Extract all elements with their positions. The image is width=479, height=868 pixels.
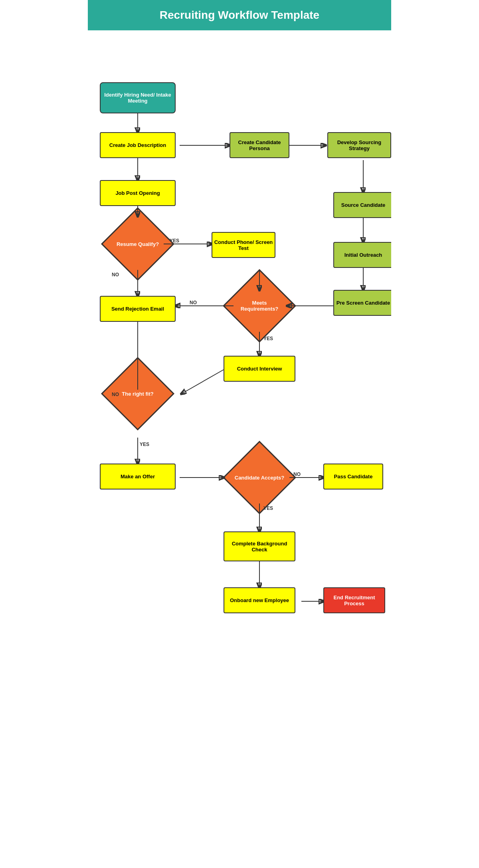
send-rejection-node: Send Rejection Email (100, 296, 176, 322)
header: Recruiting Workflow Template (88, 0, 391, 30)
meets-requirements-label: Meets Requirements? (234, 280, 285, 332)
job-post-node: Job Post Opening (100, 180, 176, 206)
label-yes-accepts: YES (263, 505, 273, 511)
page-title: Recruiting Workflow Template (160, 9, 319, 21)
source-candidate-node: Source Candidate (333, 192, 391, 218)
complete-background-node: Complete Background Check (224, 531, 295, 561)
end-recruitment-node: End Recruitment Process (323, 587, 385, 613)
initial-outreach-node: Initial Outreach (333, 242, 391, 268)
label-no-meets: NO (190, 300, 197, 305)
resume-qualify-label: Resume Qualify? (112, 218, 164, 270)
label-yes-meets: YES (263, 336, 273, 341)
create-job-node: Create Job Description (100, 132, 176, 158)
develop-sourcing-node: Develop Sourcing Strategy (327, 132, 391, 158)
onboard-node: Onboard new Employee (224, 587, 295, 613)
make-offer-node: Make an Offer (100, 464, 176, 489)
svg-line-14 (182, 370, 224, 394)
conduct-interview-node: Conduct Interview (224, 356, 295, 382)
label-yes-fit: YES (140, 442, 149, 447)
label-no-resume: NO (112, 272, 119, 277)
label-yes-resume: YES (170, 238, 179, 244)
pre-screen-node: Pre Screen Candidate (333, 290, 391, 316)
pass-candidate-node: Pass Candidate (323, 464, 383, 489)
conduct-phone-node: Conduct Phone/ Screen Test (212, 232, 275, 258)
candidate-accepts-label: Candidate Accepts? (234, 452, 285, 503)
create-candidate-persona-node: Create Candidate Persona (230, 132, 289, 158)
identify-hiring-node: Identify Hiring Need/ Intake Meeting (100, 82, 176, 113)
right-fit-label: The right fit? (112, 368, 164, 420)
flowchart: YES NO NO YES NO YES NO YES Identify Hir… (88, 42, 391, 868)
label-no-accepts: NO (293, 472, 301, 477)
